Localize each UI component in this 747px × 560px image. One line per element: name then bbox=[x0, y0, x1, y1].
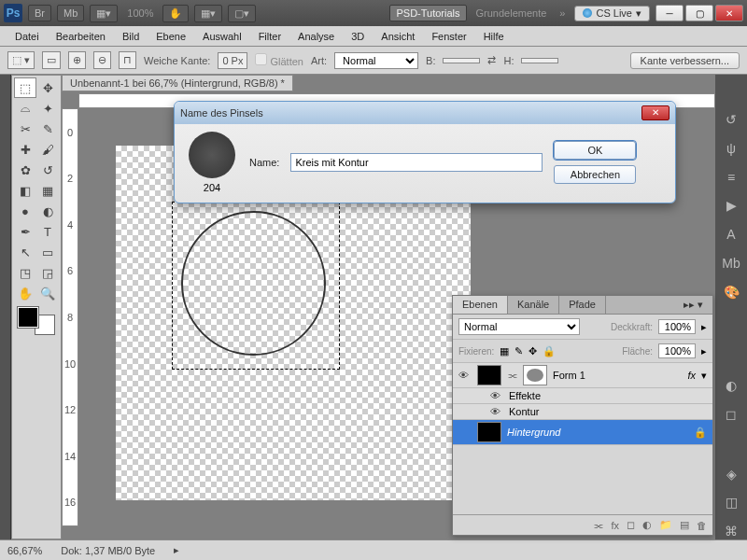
marquee-rect[interactable]: ▭ bbox=[42, 51, 61, 69]
gradient-tool[interactable]: ▦ bbox=[36, 180, 59, 201]
menu-hilfe[interactable]: Hilfe bbox=[476, 29, 512, 44]
marquee-int[interactable]: ⊓ bbox=[119, 51, 136, 69]
blend-mode-select[interactable]: Normal bbox=[458, 318, 580, 335]
window-minimize[interactable]: ─ bbox=[655, 5, 684, 21]
color-swatch[interactable] bbox=[18, 307, 55, 335]
menu-bild[interactable]: Bild bbox=[115, 29, 147, 44]
layer-thumb[interactable] bbox=[477, 365, 501, 385]
height-value[interactable] bbox=[521, 58, 558, 63]
menu-ansicht[interactable]: Ansicht bbox=[374, 29, 422, 44]
dialog-titlebar[interactable]: Name des Pinsels ✕ bbox=[175, 102, 675, 124]
fill-flyout[interactable]: ▸ bbox=[701, 345, 707, 357]
zoom-tool[interactable]: 🔍 bbox=[36, 283, 59, 303]
opacity-flyout[interactable]: ▸ bbox=[701, 321, 707, 333]
brush-tool[interactable]: 🖌 bbox=[36, 139, 59, 160]
wand-tool[interactable]: ✦ bbox=[36, 98, 59, 119]
preset-icon[interactable]: ≡ bbox=[722, 170, 740, 186]
crop-tool[interactable]: ✂ bbox=[14, 119, 36, 139]
menu-analyse[interactable]: Analyse bbox=[290, 29, 342, 44]
minibridge-button[interactable]: Mb bbox=[57, 5, 84, 21]
layer-row[interactable]: Hintergrund 🔒 bbox=[453, 420, 712, 445]
opacity-value[interactable]: 100% bbox=[658, 319, 696, 334]
history-icon[interactable]: ↺ bbox=[722, 112, 740, 128]
move-tool[interactable]: ✥ bbox=[36, 77, 59, 98]
window-close[interactable]: ✕ bbox=[715, 5, 743, 21]
cancel-button[interactable]: Abbrechen bbox=[554, 165, 636, 184]
3d-camera-tool[interactable]: ◲ bbox=[36, 262, 59, 283]
marquee-sub[interactable]: ⊖ bbox=[93, 51, 111, 69]
swap-wh-icon[interactable]: ⇄ bbox=[487, 54, 496, 66]
menu-bearbeiten[interactable]: Bearbeiten bbox=[49, 29, 113, 44]
fx-toggle-icon[interactable]: ▾ bbox=[701, 370, 707, 382]
3d-tool[interactable]: ◳ bbox=[14, 262, 36, 283]
arrange-button[interactable]: ▦▾ bbox=[194, 5, 222, 22]
menu-ebene[interactable]: Ebene bbox=[148, 29, 193, 44]
mask-icon[interactable]: ◻ bbox=[722, 407, 740, 423]
layer-thumb[interactable] bbox=[477, 422, 501, 442]
marquee-tool[interactable]: ⬚ bbox=[14, 77, 36, 98]
shape-tool[interactable]: ▭ bbox=[36, 242, 59, 262]
pen-tool[interactable]: ✒ bbox=[14, 221, 36, 242]
ok-button[interactable]: OK bbox=[554, 141, 636, 160]
workspace-more[interactable]: » bbox=[556, 7, 569, 19]
lock-trans-icon[interactable]: ▦ bbox=[500, 345, 509, 357]
feather-value[interactable]: 0 Px bbox=[218, 52, 247, 69]
dodge-tool[interactable]: ◐ bbox=[36, 201, 59, 221]
panel-menu-icon[interactable]: ▸▸ ▾ bbox=[674, 296, 712, 314]
fx-icon[interactable]: fx bbox=[611, 520, 619, 531]
status-zoom[interactable]: 66,67% bbox=[7, 545, 42, 556]
status-docsize[interactable]: Dok: 1,37 MB/0 Byte bbox=[61, 545, 155, 556]
mask-add-icon[interactable]: ◻ bbox=[627, 519, 635, 531]
adjust-icon[interactable]: ◐ bbox=[722, 378, 740, 394]
mb-icon[interactable]: Mb bbox=[722, 256, 740, 272]
layer-name[interactable]: Form 1 bbox=[553, 370, 682, 381]
window-maximize[interactable]: ▢ bbox=[685, 5, 713, 21]
path-select-tool[interactable]: ↖ bbox=[14, 242, 36, 262]
vector-mask-thumb[interactable] bbox=[523, 365, 547, 385]
menu-auswahl[interactable]: Auswahl bbox=[195, 29, 249, 44]
layer-effects-row[interactable]: 👁 Effekte bbox=[453, 388, 712, 404]
layers-icon[interactable]: ◈ bbox=[722, 467, 740, 483]
usb-icon[interactable]: ψ bbox=[722, 141, 740, 157]
document-tab[interactable]: Unbenannt-1 bei 66,7% (Hintergrund, RGB/… bbox=[62, 75, 293, 91]
zoom-level[interactable]: 100% bbox=[123, 7, 157, 19]
refine-edge-button[interactable]: Kante verbessern... bbox=[630, 52, 740, 69]
dialog-close-button[interactable]: ✕ bbox=[641, 105, 669, 120]
stamp-tool[interactable]: ✿ bbox=[14, 160, 36, 180]
layer-row[interactable]: 👁 ⫘ Form 1 fx ▾ bbox=[453, 363, 712, 388]
new-layer-icon[interactable]: ▤ bbox=[680, 519, 689, 531]
eraser-tool[interactable]: ◧ bbox=[14, 180, 36, 201]
adjustment-icon[interactable]: ◐ bbox=[642, 519, 652, 531]
menu-3d[interactable]: 3D bbox=[344, 29, 372, 44]
play-icon[interactable]: ▶ bbox=[722, 198, 740, 214]
delete-layer-icon[interactable]: 🗑 bbox=[697, 520, 707, 531]
style-select[interactable]: Normal bbox=[334, 52, 418, 69]
menu-filter[interactable]: Filter bbox=[251, 29, 289, 44]
heal-tool[interactable]: ✚ bbox=[14, 139, 36, 160]
paths-icon[interactable]: ⌘ bbox=[722, 524, 740, 539]
channels-icon[interactable]: ◫ bbox=[722, 495, 740, 511]
lock-pixel-icon[interactable]: ✎ bbox=[514, 345, 523, 357]
workspace-grund[interactable]: Grundelemente bbox=[472, 7, 551, 19]
fx-badge[interactable]: fx bbox=[687, 370, 696, 381]
antialias-checkbox[interactable]: Glätten bbox=[255, 53, 303, 67]
link-icon[interactable]: ⫘ bbox=[507, 370, 517, 381]
eyedropper-tool[interactable]: ✎ bbox=[36, 119, 59, 139]
layer-name[interactable]: Hintergrund bbox=[507, 427, 688, 438]
menu-datei[interactable]: Datei bbox=[7, 29, 47, 44]
group-icon[interactable]: 📁 bbox=[659, 519, 672, 531]
visibility-icon[interactable]: 👁 bbox=[490, 390, 503, 401]
hand-tool[interactable]: ✋ bbox=[14, 283, 36, 303]
swatches-icon[interactable]: 🎨 bbox=[722, 285, 740, 301]
lasso-tool[interactable]: ⌓ bbox=[14, 98, 36, 119]
view-extras-button[interactable]: ▦▾ bbox=[90, 5, 118, 22]
cslive-button[interactable]: CS Live ▾ bbox=[574, 6, 650, 21]
status-arrow-icon[interactable]: ▸ bbox=[174, 544, 179, 556]
type-tool[interactable]: T bbox=[36, 221, 59, 242]
tab-ebenen[interactable]: Ebenen bbox=[453, 296, 508, 314]
menu-fenster[interactable]: Fenster bbox=[424, 29, 473, 44]
lock-move-icon[interactable]: ✥ bbox=[529, 345, 537, 357]
history-brush-tool[interactable]: ↺ bbox=[36, 160, 59, 180]
brush-name-input[interactable] bbox=[290, 153, 543, 172]
ruler-vertical[interactable]: 0246810121416 bbox=[62, 108, 78, 526]
